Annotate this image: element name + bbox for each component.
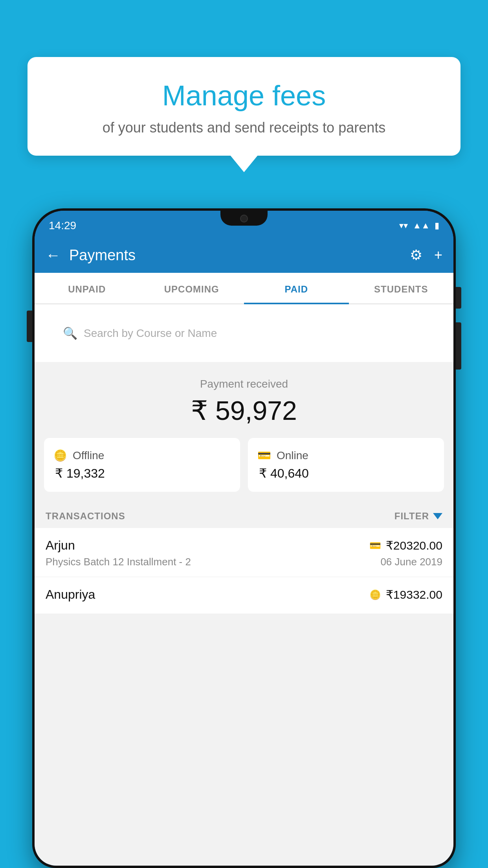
offline-card: 🪙 Offline ₹ 19,332 xyxy=(44,438,240,492)
wifi-icon: ▾▾ xyxy=(399,221,408,231)
table-row[interactable]: Arjun 💳 ₹20320.00 Physics Batch 12 Insta… xyxy=(35,528,453,577)
phone-screen-area: 14:29 ▾▾ ▲▲ ▮ ← Payments ⚙ + UNPAID UPCO… xyxy=(35,211,453,866)
phone-screen-content: UNPAID UPCOMING PAID STUDENTS 🔍 Search b… xyxy=(35,273,453,866)
battery-icon: ▮ xyxy=(435,221,439,231)
payment-cards: 🪙 Offline ₹ 19,332 💳 Online ₹ 40,640 xyxy=(35,438,453,503)
speech-bubble: Manage fees of your students and send re… xyxy=(28,57,460,156)
bubble-subtitle: of your students and send receipts to pa… xyxy=(51,120,437,136)
bubble-title: Manage fees xyxy=(51,79,437,112)
transaction-card-icon: 💳 xyxy=(369,540,381,551)
app-bar-title: Payments xyxy=(69,247,410,264)
tabs: UNPAID UPCOMING PAID STUDENTS xyxy=(35,273,453,304)
power-button-bottom xyxy=(456,322,461,370)
transactions-label: TRANSACTIONS xyxy=(46,511,125,522)
payment-label: Payment received xyxy=(42,378,446,390)
filter-button[interactable]: FILTER xyxy=(394,511,442,522)
signal-icon: ▲▲ xyxy=(413,221,430,231)
volume-button xyxy=(27,311,32,342)
front-camera xyxy=(240,215,248,223)
search-bar[interactable]: 🔍 Search by Course or Name xyxy=(53,319,435,347)
transaction-cash-icon: 🪙 xyxy=(369,589,381,600)
transaction-date: 06 June 2019 xyxy=(380,556,442,568)
online-amount: ₹ 40,640 xyxy=(257,466,435,481)
transaction-name: Arjun xyxy=(46,538,75,553)
phone-mockup: 14:29 ▾▾ ▲▲ ▮ ← Payments ⚙ + UNPAID UPCO… xyxy=(32,208,456,868)
settings-icon[interactable]: ⚙ xyxy=(410,247,422,263)
app-bar-actions: ⚙ + xyxy=(410,247,442,263)
transactions-header: TRANSACTIONS FILTER xyxy=(35,503,453,528)
filter-icon xyxy=(433,513,442,519)
offline-icon: 🪙 xyxy=(53,449,67,462)
tab-upcoming[interactable]: UPCOMING xyxy=(139,273,244,303)
table-row[interactable]: Anupriya 🪙 ₹19332.00 xyxy=(35,577,453,614)
transaction-amount-wrap: 🪙 ₹19332.00 xyxy=(369,588,442,601)
power-button-top xyxy=(456,287,461,309)
transaction-amount-wrap: 💳 ₹20320.00 xyxy=(369,539,442,552)
payment-summary: Payment received ₹ 59,972 xyxy=(35,362,453,438)
offline-label: Offline xyxy=(73,449,104,462)
add-icon[interactable]: + xyxy=(434,247,442,263)
transaction-amount: ₹20320.00 xyxy=(386,539,442,552)
search-icon: 🔍 xyxy=(63,326,77,340)
transaction-name: Anupriya xyxy=(46,587,95,602)
online-icon: 💳 xyxy=(257,449,271,462)
tab-unpaid[interactable]: UNPAID xyxy=(35,273,139,303)
back-button[interactable]: ← xyxy=(46,247,61,264)
notch xyxy=(220,211,268,226)
payment-amount: ₹ 59,972 xyxy=(42,395,446,426)
tab-paid[interactable]: PAID xyxy=(244,273,349,303)
transaction-desc: Physics Batch 12 Installment - 2 xyxy=(46,556,191,568)
app-bar: ← Payments ⚙ + xyxy=(35,237,453,273)
filter-label: FILTER xyxy=(394,511,429,522)
online-card: 💳 Online ₹ 40,640 xyxy=(248,438,444,492)
status-icons: ▾▾ ▲▲ ▮ xyxy=(399,221,439,231)
offline-amount: ₹ 19,332 xyxy=(53,466,231,481)
online-label: Online xyxy=(277,449,308,462)
transaction-amount: ₹19332.00 xyxy=(386,588,442,601)
transaction-list: Arjun 💳 ₹20320.00 Physics Batch 12 Insta… xyxy=(35,528,453,614)
search-placeholder: Search by Course or Name xyxy=(84,327,217,340)
status-time: 14:29 xyxy=(49,219,76,232)
tab-students[interactable]: STUDENTS xyxy=(349,273,454,303)
